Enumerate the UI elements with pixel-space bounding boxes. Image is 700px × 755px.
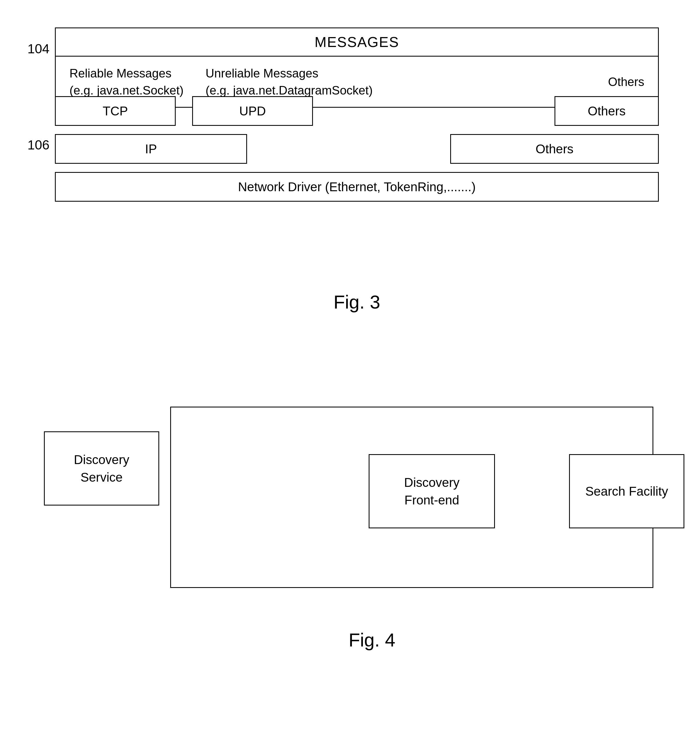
fig4-outer-box: Discovery Front-end Search Facility (170, 407, 653, 588)
discovery-frontend-box: Discovery Front-end (369, 454, 495, 528)
tcp-box: TCP (55, 96, 176, 126)
network-driver-box: Network Driver (Ethernet, TokenRing,....… (55, 172, 659, 202)
network-stack: TCP UPD Others IP Others Network Driver … (55, 96, 659, 202)
others-row1-box: Others (555, 96, 659, 126)
stack-row2: IP Others (55, 134, 659, 164)
fig3-caption: Fig. 3 (55, 291, 659, 313)
label-104: 104 (27, 41, 49, 56)
label-106: 106 (27, 137, 49, 152)
search-facility-label: Search Facility (585, 482, 668, 500)
others-row2-box: Others (450, 134, 659, 164)
discovery-service-line2: Service (74, 468, 129, 486)
ip-box: IP (55, 134, 247, 164)
unreliable-messages: Unreliable Messages (e.g. java.net.Datag… (206, 65, 373, 99)
messages-title: MESSAGES (56, 28, 658, 56)
messages-others: Others (608, 75, 644, 89)
stack-row3: Network Driver (Ethernet, TokenRing,....… (55, 172, 659, 202)
discovery-service-box: Discovery Service (44, 431, 159, 506)
udp-box: UPD (192, 96, 313, 126)
fig4-caption: Fig. 4 (44, 629, 700, 651)
search-facility-box: Search Facility (569, 454, 684, 528)
discovery-frontend-line2: Front-end (404, 491, 459, 509)
discovery-service-line1: Discovery (74, 451, 129, 468)
messages-box: MESSAGES Reliable Messages (e.g. java.ne… (55, 27, 659, 108)
discovery-frontend-line1: Discovery (404, 474, 459, 491)
reliable-messages: Reliable Messages (e.g. java.net.Socket) (69, 65, 184, 99)
stack-row1: TCP UPD Others (55, 96, 659, 126)
